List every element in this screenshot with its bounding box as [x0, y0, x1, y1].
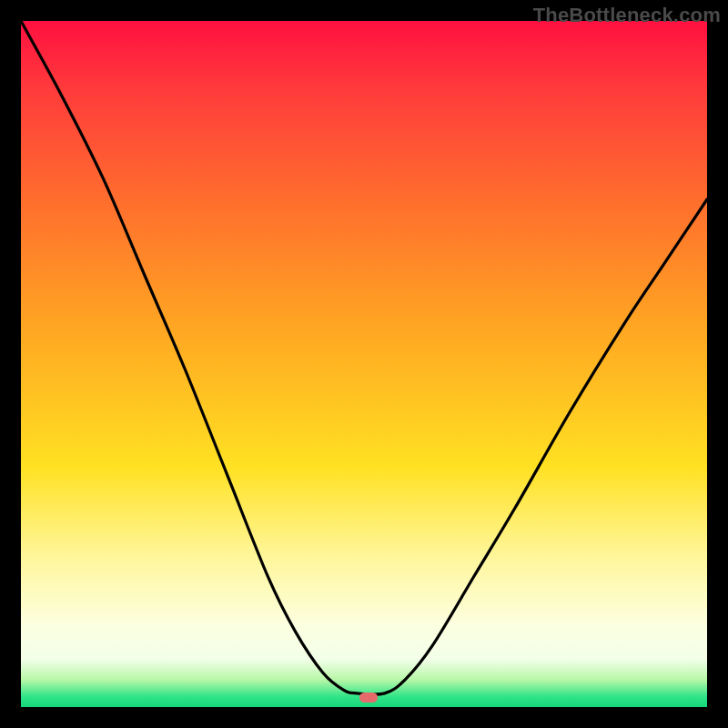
watermark-text: TheBottleneck.com — [533, 4, 721, 27]
curve-line — [21, 21, 707, 707]
plot-area — [21, 21, 707, 707]
chart-frame: TheBottleneck.com — [0, 0, 728, 728]
bottleneck-marker — [359, 693, 378, 703]
